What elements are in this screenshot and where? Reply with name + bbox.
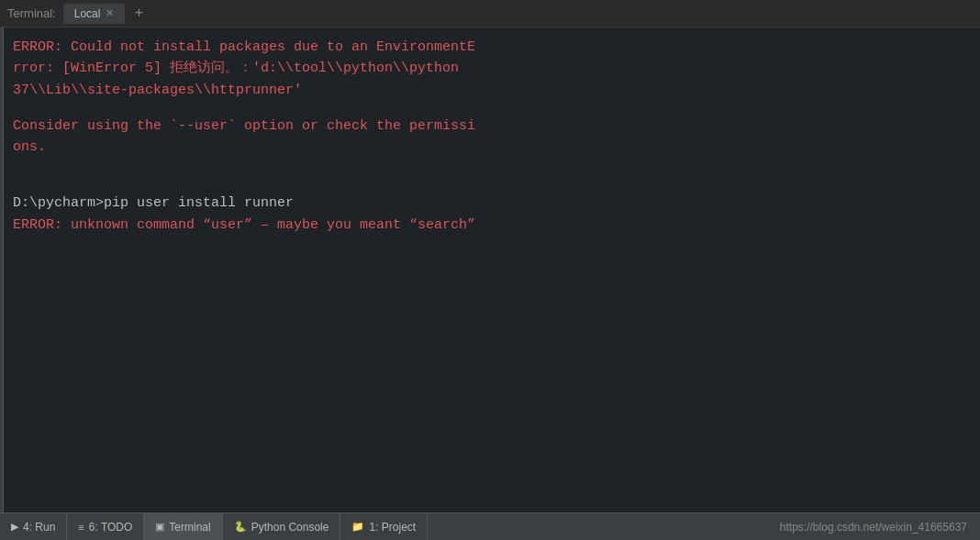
run-icon: ▶ bbox=[11, 521, 18, 533]
python-icon: 🐍 bbox=[234, 521, 247, 533]
project-label: 1: Project bbox=[369, 521, 416, 534]
status-right-url: https://blog.csdn.net/weixin_41665637 bbox=[780, 521, 980, 534]
add-tab-button[interactable]: + bbox=[128, 4, 149, 24]
terminal-spacer-1 bbox=[13, 101, 967, 116]
status-bar: ▶ 4: Run ≡ 6: TODO ▣ Terminal 🐍 Python C… bbox=[0, 512, 980, 540]
terminal-spacer-2 bbox=[13, 158, 967, 172]
left-edge bbox=[0, 28, 4, 512]
todo-icon: ≡ bbox=[78, 522, 84, 533]
run-label: 4: Run bbox=[23, 521, 55, 534]
terminal-status-label: Terminal bbox=[169, 521, 210, 534]
terminal-command-line: D:\pycharm>pip user install runner bbox=[13, 193, 967, 214]
folder-icon: 📁 bbox=[351, 521, 364, 533]
terminal-spacer-3 bbox=[13, 172, 967, 187]
terminal-icon: ▣ bbox=[155, 521, 164, 533]
terminal-tab-local[interactable]: Local ✕ bbox=[63, 4, 126, 24]
terminal-area[interactable]: ERROR: Could not install packages due to… bbox=[0, 28, 980, 512]
status-item-todo[interactable]: ≡ 6: TODO bbox=[67, 513, 144, 540]
close-tab-icon[interactable]: ✕ bbox=[106, 7, 114, 19]
terminal-line-1: ERROR: Could not install packages due to… bbox=[13, 37, 967, 101]
tab-label: Local bbox=[74, 7, 101, 20]
python-console-label: Python Console bbox=[251, 521, 329, 534]
terminal-line-2: Consider using the `--user` option or ch… bbox=[13, 116, 967, 159]
terminal-error-line-2: ERROR: unknown command “user” – maybe yo… bbox=[13, 215, 967, 236]
status-item-python-console[interactable]: 🐍 Python Console bbox=[223, 513, 341, 540]
status-item-project[interactable]: 📁 1: Project bbox=[340, 513, 428, 540]
todo-label: 6: TODO bbox=[89, 521, 133, 534]
tab-bar: Terminal: Local ✕ + bbox=[0, 0, 980, 28]
terminal-label: Terminal: bbox=[7, 6, 56, 20]
status-item-terminal[interactable]: ▣ Terminal bbox=[144, 513, 222, 540]
status-item-run[interactable]: ▶ 4: Run bbox=[0, 513, 67, 540]
